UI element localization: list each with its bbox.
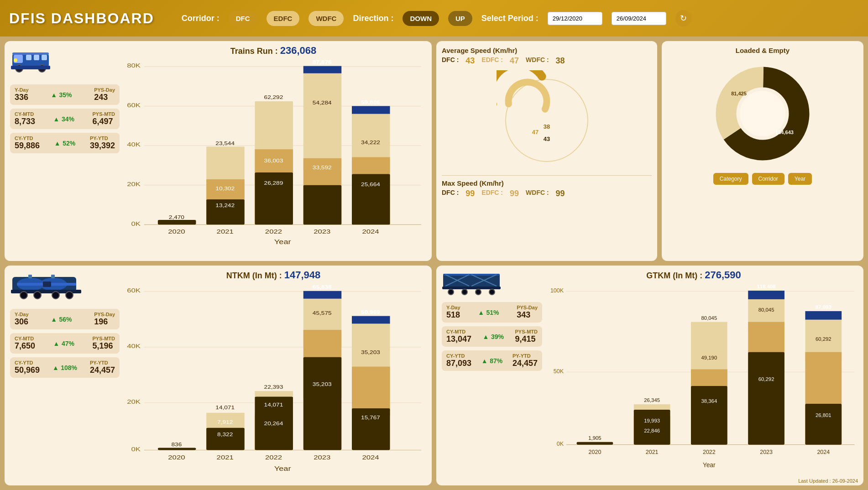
- svg-text:2023: 2023: [314, 229, 330, 235]
- svg-text:2024: 2024: [817, 448, 830, 455]
- svg-text:2022: 2022: [703, 448, 716, 455]
- gtkm-stats: Y-Day 518 ▲ 51% PYS-Day 343 CY-MTD 13,04…: [442, 302, 542, 371]
- svg-text:0K: 0K: [557, 440, 564, 447]
- svg-point-69: [20, 292, 27, 299]
- svg-text:33,592: 33,592: [313, 165, 332, 171]
- dfc-speed-value: 43: [465, 56, 475, 66]
- svg-rect-37: [303, 66, 342, 73]
- svg-text:20K: 20K: [127, 398, 141, 405]
- svg-text:19,993: 19,993: [644, 418, 660, 423]
- svg-point-70: [34, 292, 41, 299]
- svg-text:2,470: 2,470: [169, 214, 184, 220]
- svg-point-71: [52, 292, 59, 299]
- svg-rect-67: [43, 281, 51, 287]
- gtkm-card: GTKM (In Mt) : 276,590 Y-Day 518 ▲ 51% P…: [436, 266, 863, 485]
- avg-speed-card: Average Speed (Km/hr) DFC : 43 EDFC : 47…: [436, 41, 657, 261]
- wdfc-speed-label: WDFC :: [526, 56, 549, 66]
- svg-rect-3: [34, 55, 39, 60]
- svg-text:2023: 2023: [760, 448, 773, 455]
- category-button[interactable]: Category: [713, 173, 748, 185]
- svg-point-124: [448, 289, 454, 295]
- svg-rect-7: [11, 66, 50, 69]
- svg-text:10,302: 10,302: [215, 186, 235, 192]
- svg-text:23,544: 23,544: [215, 141, 235, 146]
- edfc-speed-label: EDFC :: [481, 56, 503, 66]
- refresh-button[interactable]: ↻: [675, 10, 692, 26]
- date-from-input[interactable]: [548, 12, 602, 25]
- svg-text:43: 43: [544, 136, 550, 142]
- train-icon: [10, 46, 51, 78]
- gtkm-cyytd-stat: CY-YTD 87,093 ▲ 87% PY-YTD 24,457: [442, 350, 542, 371]
- svg-text:8,322: 8,322: [217, 432, 233, 437]
- svg-rect-151: [748, 291, 784, 299]
- svg-point-8: [14, 58, 17, 62]
- trains-yday-stat: Y-Day 336 ▲ 35% PYS-Day 243: [10, 84, 120, 105]
- svg-text:49,190: 49,190: [701, 355, 717, 360]
- loaded-empty-donut: 154,643 81,425: [667, 59, 858, 168]
- svg-text:14,071: 14,071: [264, 402, 283, 408]
- corridor-edfc-button[interactable]: EDFC: [267, 11, 300, 26]
- svg-text:40K: 40K: [127, 343, 141, 349]
- max-edfc-label: EDFC :: [481, 189, 503, 198]
- svg-text:59,886: 59,886: [361, 99, 380, 105]
- ntkm-chart: 60K 40K 20K 0K 836 2020 14,071 7,912: [123, 281, 428, 482]
- svg-text:836: 836: [172, 442, 182, 447]
- corridor-button[interactable]: Corridor: [752, 173, 784, 185]
- direction-down-button[interactable]: DOWN: [403, 11, 439, 26]
- svg-point-126: [476, 289, 481, 295]
- svg-text:2020: 2020: [168, 454, 185, 461]
- gtkm-yday-stat: Y-Day 518 ▲ 51% PYS-Day 343: [442, 302, 542, 323]
- svg-text:13,242: 13,242: [215, 203, 235, 209]
- direction-label: Direction :: [353, 14, 393, 23]
- svg-text:100K: 100K: [550, 287, 564, 293]
- select-period-label: Select Period :: [481, 14, 539, 23]
- svg-rect-108: [352, 316, 390, 324]
- svg-text:26,345: 26,345: [644, 397, 660, 403]
- svg-text:2021: 2021: [217, 454, 234, 461]
- ntkm-cyytd-stat: CY-YTD 50,969 ▲ 108% PY-YTD 24,457: [10, 357, 120, 378]
- gtkm-title: GTKM (In Mt) : 276,590: [646, 271, 741, 280]
- svg-text:60,292: 60,292: [816, 336, 831, 342]
- corridor-dfc-button[interactable]: DFC: [229, 11, 257, 26]
- svg-text:15,767: 15,767: [361, 415, 380, 421]
- direction-up-button[interactable]: UP: [448, 11, 472, 26]
- svg-text:60K: 60K: [127, 102, 141, 109]
- svg-text:54,284: 54,284: [313, 100, 332, 106]
- svg-rect-88: [206, 428, 245, 450]
- max-edfc-value: 99: [510, 189, 519, 198]
- svg-text:47: 47: [532, 129, 539, 136]
- speed-donut-container: 43 47 38: [442, 70, 652, 171]
- svg-point-125: [462, 289, 467, 295]
- svg-text:38,364: 38,364: [701, 398, 717, 403]
- svg-text:87,876: 87,876: [313, 60, 332, 65]
- trains-cyytd-stat: CY-YTD 59,886 ▲ 52% PY-YTD 39,392: [10, 133, 120, 153]
- svg-point-127: [489, 289, 495, 295]
- svg-text:80,045: 80,045: [758, 307, 774, 313]
- svg-rect-73: [28, 275, 32, 278]
- corridor-wdfc-button[interactable]: WDFC: [309, 11, 344, 26]
- svg-rect-2: [26, 55, 31, 60]
- trains-stats: Y-Day 336 ▲ 35% PYS-Day 243 CY-MTD 8,733: [10, 84, 120, 153]
- date-to-input[interactable]: [612, 12, 666, 25]
- svg-text:0K: 0K: [131, 221, 141, 227]
- svg-text:40K: 40K: [127, 141, 141, 148]
- svg-text:60K: 60K: [127, 287, 141, 294]
- svg-text:34,222: 34,222: [361, 140, 380, 145]
- svg-text:0K: 0K: [131, 446, 141, 453]
- svg-rect-38: [303, 73, 342, 170]
- year-button[interactable]: Year: [788, 173, 812, 185]
- app-title: DFIS DASHBOARD: [9, 10, 154, 27]
- svg-rect-20: [158, 220, 196, 224]
- edfc-speed-value: 47: [510, 56, 519, 66]
- svg-text:35,203: 35,203: [313, 382, 332, 387]
- ntkm-cymtd-stat: CY-MTD 7,650 ▲ 47% PYS-MTD 5,196: [10, 333, 120, 354]
- speed-divider: [442, 175, 652, 176]
- wdfc-speed-value: 38: [556, 56, 565, 66]
- corridor-label: Corridor :: [182, 14, 220, 23]
- loaded-empty-title: Loaded & Empty: [667, 47, 858, 54]
- svg-text:35,203: 35,203: [361, 349, 380, 355]
- svg-text:65,838: 65,838: [313, 284, 332, 290]
- freight-wagon-icon: [442, 270, 501, 297]
- avg-speed-values: DFC : 43 EDFC : 47 WDFC : 38: [442, 56, 652, 66]
- trains-run-card: Trains Run : 236,068 Y-Day 336 ▲ 35% PYS…: [5, 41, 432, 261]
